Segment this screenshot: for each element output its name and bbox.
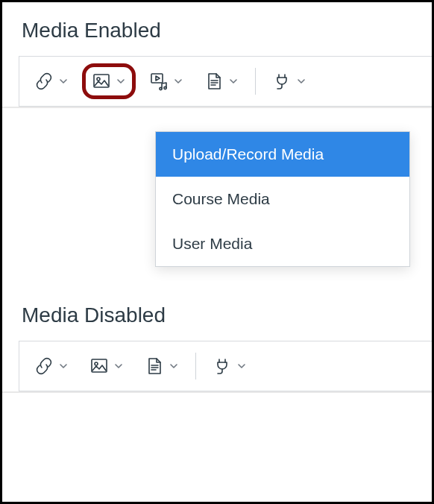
document-icon: [145, 356, 164, 376]
link-icon: [34, 72, 54, 91]
link-icon: [34, 356, 54, 376]
chevron-down-icon: [228, 76, 239, 86]
document-tool[interactable]: [137, 350, 186, 382]
link-tool[interactable]: [27, 66, 76, 97]
dropdown-item-upload-record[interactable]: Upload/Record Media: [156, 132, 409, 177]
toolbar-separator: [255, 68, 256, 95]
chevron-down-icon: [173, 76, 183, 86]
image-icon: [89, 356, 109, 376]
media-tool[interactable]: [142, 66, 191, 97]
plugin-icon: [272, 72, 292, 91]
image-tool[interactable]: [82, 63, 136, 99]
toolbar-separator: [195, 353, 196, 379]
section-title-enabled: Media Enabled: [2, 2, 432, 56]
chevron-down-icon: [58, 76, 69, 86]
dropdown-item-user-media[interactable]: User Media: [156, 221, 409, 266]
image-tool[interactable]: [82, 350, 131, 382]
section-title-disabled: Media Disabled: [2, 287, 432, 341]
image-tool-dropdown: Upload/Record Media Course Media User Me…: [155, 131, 410, 267]
dropdown-item-course-media[interactable]: Course Media: [156, 177, 409, 221]
plugin-tool[interactable]: [205, 350, 254, 382]
toolbar-bottom-line: [2, 391, 432, 393]
toolbar-enabled: [19, 56, 432, 107]
chevron-down-icon: [116, 76, 126, 86]
chevron-down-icon: [169, 361, 179, 371]
chevron-down-icon: [236, 361, 247, 371]
chevron-down-icon: [296, 76, 306, 86]
chevron-down-icon: [113, 361, 124, 371]
image-icon: [92, 72, 111, 91]
document-tool[interactable]: [197, 66, 246, 97]
chevron-down-icon: [58, 361, 69, 371]
plugin-tool[interactable]: [265, 66, 314, 97]
link-tool[interactable]: [27, 350, 76, 382]
toolbar-disabled: [19, 341, 432, 391]
plugin-icon: [213, 356, 232, 376]
document-icon: [204, 72, 224, 91]
media-icon: [149, 72, 169, 91]
